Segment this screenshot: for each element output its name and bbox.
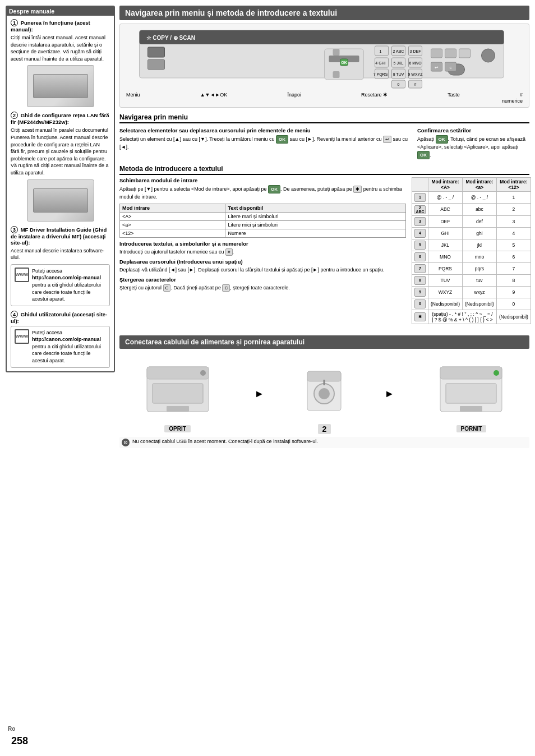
device-diagram-wrap: ☆ COPY / ⊛ SCAN 1 2 ABC 3 DEF 4 GHI 5 JK (119, 24, 529, 108)
svg-text:c: c (450, 65, 452, 70)
www-icon-3: WWW (15, 268, 29, 282)
nav-menu-section: Navigarea prin meniu Selectarea elemente… (119, 113, 529, 159)
svg-text:4 GHI: 4 GHI (375, 61, 385, 65)
ok-inline-2: OK (436, 135, 448, 144)
svg-rect-30 (333, 71, 340, 78)
svg-rect-36 (482, 49, 495, 62)
svg-text:6 MNO: 6 MNO (409, 61, 422, 65)
section-1: 1 Punerea în funcțiune (acest manual): C… (11, 19, 110, 107)
section-3-subtitle: Acest manual descrie instalarea software… (11, 247, 110, 261)
left-column: Despre manuale 1 Punerea în funcțiune (a… (6, 6, 115, 732)
ro-label: Ro (8, 726, 15, 732)
text-col-left: Schimbarea modului de intrare Apăsați pe… (119, 177, 406, 324)
svg-text:8 TUV: 8 TUV (393, 72, 404, 76)
key-char-table: Mod intrare: <A> Mod intrare: <a> Mod in… (412, 177, 531, 324)
page: Despre manuale 1 Punerea în funcțiune (a… (0, 0, 535, 756)
pornit-printer-svg (432, 356, 510, 423)
svg-point-50 (319, 388, 330, 399)
bottom-header: Conectarea cablului de alimentare și por… (119, 335, 529, 349)
section-1-text: Citiți mai întâi acest manual. Acest man… (11, 34, 110, 62)
section-4-label: 4 Ghidul utilizatorului (accesați site-u… (11, 311, 110, 324)
svg-rect-45 (167, 406, 189, 412)
schimbare-title: Schimbarea modului de intrare (119, 177, 406, 183)
section-4: 4 Ghidul utilizatorului (accesați site-u… (11, 311, 110, 368)
oprit-state: OPRIT (139, 356, 217, 432)
svg-text:1: 1 (380, 49, 382, 53)
section-1-label: 1 Punerea în funcțiune (acest manual): (11, 19, 110, 33)
nav-selectare-text: Selectați un element cu [▲] sau cu [▼]. … (119, 135, 411, 151)
stergere-title: Ștergerea caracterelor (119, 276, 406, 283)
mode-col-header: Mod intrare (120, 204, 225, 212)
www-text-3: Puteți accesa http://canon.com/oip-manua… (32, 268, 106, 303)
nav-menu-header: Navigarea prin meniu (119, 113, 529, 123)
nav-confirmare-text: Apăsați OK. Totuși, când pe ecran se afi… (417, 135, 529, 159)
kct-row-4: 4 GHI ghi 4 (412, 227, 531, 239)
oprit-label: OPRIT (164, 425, 191, 432)
kct-row-5: 5 JKL jkl 5 (412, 239, 531, 251)
deplasare-text: Deplasați-vă utilizând [◄] sau [►]. Depl… (119, 266, 406, 274)
section-3: 3 MF Driver Installation Guide (Ghid de … (11, 226, 110, 306)
warning-icon: ⊙ (122, 439, 130, 446)
text-input-header: Metoda de introducere a textului (119, 165, 529, 175)
label-hash: # (520, 92, 523, 98)
schimbare-text: Apăsați pe [▼] pentru a selecta <Mod de … (119, 185, 406, 201)
usb-warning: ⊙ Nu conectați cablul USB în acest momen… (119, 437, 529, 448)
text-col-header: Text disponibil (225, 204, 406, 212)
svg-text:2 ABC: 2 ABC (393, 49, 404, 53)
label-inapoi: Înapoi (287, 92, 301, 98)
www-link-3[interactable]: http://canon.com/oip-manual (32, 275, 101, 280)
introducere-text: Introduceți cu ajutorul tastelor numeric… (119, 248, 406, 256)
kct-col1: Mod intrare: <A> (428, 177, 463, 191)
oprit-printer-svg (139, 356, 217, 423)
step2-svg (302, 354, 347, 422)
kct-row-0: 0 (Nedisponibil) (Nedisponibil) 0 (412, 298, 531, 310)
mode-row-A: <A> Litere mari și simboluri (120, 212, 406, 220)
c-key: C (163, 284, 171, 292)
svg-text:5 JKL: 5 JKL (394, 61, 404, 65)
svg-text:9 WXYZ: 9 WXYZ (408, 72, 423, 76)
kct-row-6: 6 MNO mno 6 (412, 251, 531, 262)
svg-rect-3 (148, 47, 165, 57)
www-link-4[interactable]: http://canon.com/oip-manual (32, 336, 101, 342)
label-numerice: numerice (123, 98, 525, 104)
arrow-1: ► (255, 388, 265, 400)
c-key-2: C (222, 284, 230, 292)
kct-row-8: 8 TUV tuv 8 (412, 274, 531, 286)
power-images: OPRIT ► 2 ► (119, 349, 529, 437)
label-meniu: Meniu (126, 92, 140, 98)
ok-inline-3: OK (417, 151, 430, 159)
mode-row-a: <a> Litere mici și simboluri (120, 220, 406, 229)
svg-text:☆ COPY / ⊛ SCAN: ☆ COPY / ⊛ SCAN (146, 35, 195, 41)
bottom-section: Conectarea cablului de alimentare și por… (119, 332, 529, 448)
svg-rect-33 (431, 49, 442, 58)
svg-text:7 PQRS: 7 PQRS (373, 72, 388, 77)
nav-selectare: Selectarea elementelor sau deplasarea cu… (119, 127, 411, 159)
label-nav-keys: ▲▼◄►OK (200, 92, 228, 98)
www-icon-4: WWW (15, 329, 29, 344)
mode-row-12: <12> Numere (120, 229, 406, 237)
svg-point-56 (494, 370, 499, 376)
section-2-label: 2 Ghid de configurare rețea LAN fără fir… (11, 112, 110, 125)
svg-text:OK: OK (341, 61, 347, 64)
svg-text:#: # (414, 82, 417, 86)
svg-text:0: 0 (398, 82, 400, 86)
svg-point-46 (200, 370, 206, 376)
star-key: ✱ (353, 186, 362, 193)
top-area: Despre manuale 1 Punerea în funcțiune (a… (6, 6, 529, 732)
svg-rect-29 (333, 49, 340, 56)
mode-table: Mod intrare Text disponibil <A> Litere m… (119, 204, 406, 238)
label-taste: Taste (448, 92, 460, 98)
section-1-circle: 1 (11, 19, 18, 26)
hash-key: # (225, 248, 232, 256)
ok-inline-4: OK (268, 185, 280, 193)
section-3-circle: 3 (11, 226, 18, 233)
kct-row-7: 7 PQRS pqrs 7 (412, 262, 531, 274)
www-text-4: Puteți accesa http://canon.com/oip-manua… (32, 329, 106, 365)
arrow-2: ► (385, 388, 395, 400)
despre-manuale-title: Despre manuale (7, 7, 114, 16)
pornit-label: PORNIT (456, 425, 487, 432)
svg-rect-34 (445, 49, 456, 58)
svg-rect-35 (459, 49, 471, 58)
kct-row-3: 3 DEF def 3 (412, 215, 531, 227)
nav-selectare-title: Selectarea elementelor sau deplasarea cu… (119, 127, 411, 133)
